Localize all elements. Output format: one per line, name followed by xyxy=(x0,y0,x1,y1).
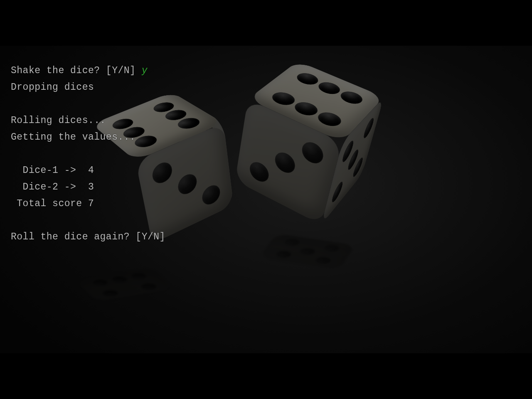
line-getting: Getting the values... xyxy=(11,132,135,143)
dice1-label: Dice-1 -> xyxy=(11,165,88,176)
terminal-output[interactable]: Shake the dice? [Y/N] y Dropping dices R… xyxy=(11,62,171,245)
prompt-again: Roll the dice again? [Y/N] xyxy=(11,232,171,242)
prompt-shake: Shake the dice? [Y/N] xyxy=(11,65,142,76)
total-value: 7 xyxy=(88,198,94,209)
dice2-value: 3 xyxy=(88,182,94,192)
user-input-shake: y xyxy=(142,65,148,76)
line-dropping: Dropping dices xyxy=(11,82,94,93)
total-label: Total score xyxy=(11,198,88,209)
dice2-label: Dice-2 -> xyxy=(11,182,88,192)
line-rolling: Rolling dices... xyxy=(11,115,106,126)
dice1-value: 4 xyxy=(88,165,94,176)
